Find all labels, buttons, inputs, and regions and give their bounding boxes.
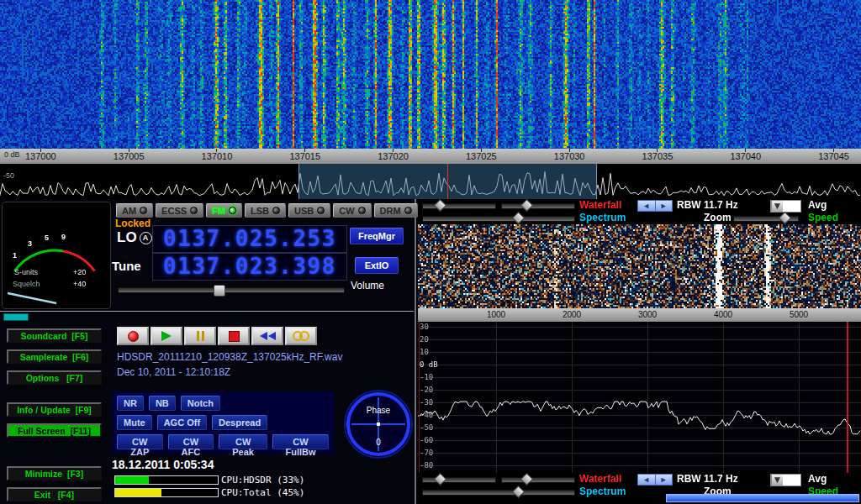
svg-text:S-units: S-units (14, 268, 39, 276)
svg-text:0: 0 (376, 438, 381, 447)
dsp-button[interactable]: CW ZAP (117, 434, 163, 449)
playback-controls (117, 327, 317, 345)
slider-thumb[interactable] (520, 199, 534, 213)
cpu-total-text: CPU:Total (45%) (221, 487, 304, 498)
dsp-button[interactable]: AGC Off (157, 415, 207, 430)
mode-cw-button[interactable]: CW (333, 203, 371, 218)
spectrum-gain-slider[interactable] (422, 216, 575, 222)
fullscreen-button[interactable]: Full Screen [F11] (7, 423, 102, 438)
dsp-button[interactable]: NR (117, 396, 144, 411)
cpu-hdsdr-text: CPU:HDSDR (33%) (221, 475, 304, 486)
play-button[interactable] (151, 327, 182, 345)
volume-slider-thumb[interactable] (214, 285, 225, 297)
dsp-panel: NRNBNotch MuteAGC OffDespread CW ZAPCW A… (112, 391, 334, 454)
volume-label: Volume (351, 280, 384, 291)
stop-button[interactable] (218, 327, 250, 345)
record-button[interactable] (117, 327, 149, 345)
avg-dropdown[interactable]: 1▼ (770, 200, 801, 213)
loop-button[interactable] (285, 327, 317, 345)
samplerate-button[interactable]: Samplerate [F6] (7, 349, 102, 364)
options-button[interactable]: Options [F7] (7, 370, 102, 385)
contrast-slider[interactable] (501, 477, 575, 483)
slider-thumb[interactable] (434, 473, 447, 486)
slider-thumb[interactable] (520, 473, 534, 486)
left-arrow-icon[interactable]: ◄ (638, 475, 655, 485)
cpu-total-bar (114, 488, 219, 497)
slider-thumb[interactable] (512, 212, 526, 225)
svg-text:1: 1 (13, 251, 17, 260)
dropdown-arrow-icon[interactable]: ▼ (771, 475, 783, 486)
freq-tick-label: 137045 (818, 149, 849, 164)
freq-tick-label: 137005 (114, 149, 145, 164)
waterfall-label[interactable]: Waterfall (579, 474, 621, 485)
freq-tick-label: 137040 (730, 149, 761, 164)
mode-lsb-button[interactable]: LSB (245, 203, 286, 218)
waterfall-controls-bottom: Waterfall ◄► RBW 11.7 Hz 1▼ Avg Spectrum… (418, 473, 861, 504)
svg-text:+20: +20 (73, 268, 86, 276)
db-zero-label: 0 dB (4, 150, 20, 159)
slider-thumb[interactable] (434, 199, 447, 213)
spectrum-label[interactable]: Spectrum (579, 486, 626, 497)
brightness-slider[interactable] (422, 477, 496, 483)
right-arrow-icon[interactable]: ► (655, 475, 673, 485)
audio-spectrum-display[interactable] (418, 322, 861, 473)
mode-ecss-button[interactable]: ECSS (156, 203, 203, 218)
vfo-a-badge[interactable]: A (140, 232, 152, 244)
lo-frequency-display[interactable]: 0137.025.253 (152, 225, 347, 253)
dsp-button[interactable]: NB (149, 396, 176, 411)
mode-drm-button[interactable]: DRM (374, 203, 418, 218)
main-spectrum-strip[interactable]: -50 (0, 164, 861, 199)
rewind-icon (259, 332, 276, 340)
info-update-button[interactable]: Info / Update [F9] (7, 402, 102, 417)
dropdown-arrow-icon[interactable]: ▼ (771, 201, 783, 212)
main-waterfall-display[interactable] (0, 0, 861, 149)
soundcard-button[interactable]: Soundcard [F5] (7, 328, 102, 343)
contrast-slider[interactable] (501, 203, 575, 209)
mode-fm-button[interactable]: FM (206, 203, 242, 218)
brightness-slider[interactable] (422, 203, 496, 209)
zoom-slider[interactable] (733, 216, 799, 222)
spectrum-label[interactable]: Spectrum (579, 213, 626, 223)
slider-thumb[interactable] (778, 212, 791, 225)
freqmgr-button[interactable]: FreqMgr (350, 228, 404, 244)
lo-label: LO A (117, 229, 152, 246)
mode-am-button[interactable]: AM (116, 203, 153, 218)
shift-arrows[interactable]: ◄► (637, 474, 673, 486)
audio-waterfall-display[interactable] (418, 224, 861, 308)
extio-button[interactable]: ExtIO (355, 257, 399, 274)
avg-dropdown[interactable]: 1▼ (770, 474, 801, 486)
zoom-track[interactable] (666, 494, 859, 502)
waterfall-label[interactable]: Waterfall (579, 200, 621, 211)
led-icon (229, 207, 236, 214)
exit-button[interactable]: Exit [F4] (7, 487, 102, 501)
mode-usb-button[interactable]: USB (288, 203, 330, 218)
minimize-button[interactable]: Minimize [F3] (7, 466, 102, 480)
dsp-button[interactable]: CW AFC (168, 434, 214, 449)
volume-slider[interactable] (118, 287, 345, 293)
dsp-button[interactable]: CW FullBw (272, 434, 329, 449)
shift-arrows[interactable]: ◄► (637, 200, 673, 212)
dsp-button[interactable]: CW Peak (219, 434, 267, 449)
led-icon (404, 207, 412, 214)
slider-thumb[interactable] (512, 486, 526, 499)
led-icon (140, 207, 147, 214)
locked-indicator: Locked (115, 218, 151, 229)
dsp-button[interactable]: Despread (212, 415, 267, 430)
audio-frequency-axis[interactable]: 10002000300040005000 (418, 308, 861, 322)
spectrum-gain-slider[interactable] (422, 490, 575, 496)
dsp-button[interactable]: Mute (117, 415, 152, 430)
frequency-scale[interactable]: 137000 137005 137010 137015 137020 13702… (0, 149, 861, 164)
rewind-button[interactable] (251, 327, 283, 345)
tune-frequency-display[interactable]: 0137.023.398 (152, 253, 347, 281)
svg-text:5: 5 (45, 234, 49, 242)
s-meter: 1 3 5 9 S-units +20 Squelch +40 (2, 202, 111, 309)
freq-tick-label: 137000 (25, 149, 56, 164)
pause-button[interactable] (184, 327, 216, 345)
cpu-hdsdr-fill (115, 476, 149, 484)
dsp-button[interactable]: Notch (181, 396, 220, 411)
left-arrow-icon[interactable]: ◄ (638, 201, 655, 211)
squelch-level-bar[interactable] (3, 313, 29, 321)
right-arrow-icon[interactable]: ► (655, 201, 673, 211)
freq-tick-label: 137015 (289, 149, 320, 164)
svg-text:3: 3 (28, 239, 32, 248)
